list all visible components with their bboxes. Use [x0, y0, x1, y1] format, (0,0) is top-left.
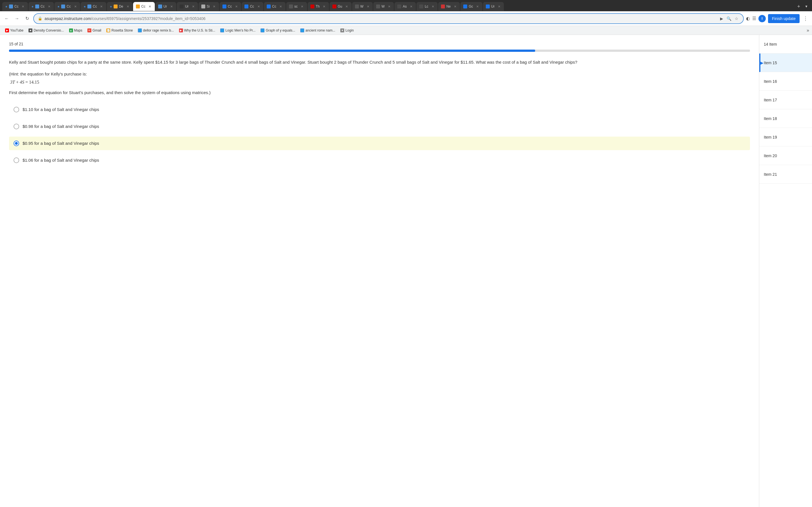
answer-option-opt4[interactable]: $1.06 for a bag of Salt and Vinegar chip…: [9, 154, 750, 167]
bookmark-item[interactable]: ▲Maps: [67, 28, 85, 33]
tab-close-icon[interactable]: ✕: [148, 4, 152, 8]
tab-close-icon[interactable]: ✕: [73, 4, 77, 8]
tab-star-icon: ★: [57, 5, 60, 8]
tab-close-icon[interactable]: ✕: [212, 4, 216, 8]
tab-close-icon[interactable]: ✕: [431, 4, 435, 8]
bookmark-item[interactable]: 🌐ancient rome nam...: [298, 28, 338, 33]
browser-tab-t4[interactable]: ★Cc✕: [81, 2, 106, 11]
bookmark-item[interactable]: ▶YouTube: [3, 28, 26, 33]
cast-icon[interactable]: ▶: [719, 15, 724, 22]
menu-button[interactable]: ⋮: [802, 15, 809, 22]
address-bar: ← → ↻ 🔒 asuprepaz.instructure.com/course…: [0, 11, 812, 26]
tab-close-icon[interactable]: ✕: [47, 4, 51, 8]
bookmark-favicon: ▲: [69, 29, 73, 33]
tab-overflow-button[interactable]: ▼: [803, 4, 810, 8]
browser-tab-t7[interactable]: Ur✕: [155, 2, 176, 11]
radio-button-opt2[interactable]: [13, 124, 19, 129]
tab-close-icon[interactable]: ✕: [497, 4, 501, 8]
sidebar-item-item16[interactable]: Item 16: [759, 72, 812, 91]
search-icon[interactable]: 🔍: [726, 15, 732, 22]
bookmark-item[interactable]: 🌐Logic Men's No Pr...: [218, 28, 258, 33]
tab-close-icon[interactable]: ✕: [322, 4, 326, 8]
tab-close-icon[interactable]: ✕: [257, 4, 260, 8]
tab-close-icon[interactable]: ✕: [345, 4, 349, 8]
tab-star-icon: ★: [5, 5, 8, 8]
tab-close-icon[interactable]: ✕: [126, 4, 130, 8]
sidebar-item-label: 14 Item: [764, 42, 777, 47]
browser-tab-t22[interactable]: Ur✕: [483, 2, 504, 11]
bookmark-item[interactable]: ✉Gmail: [85, 28, 103, 33]
browser-tab-t14[interactable]: Th✕: [308, 2, 329, 11]
browser-tab-t13[interactable]: sc✕: [286, 2, 307, 11]
browser-tab-t2[interactable]: ★Cc✕: [29, 2, 54, 11]
refresh-button[interactable]: ↻: [23, 15, 31, 22]
radio-button-opt1[interactable]: [13, 107, 19, 112]
tab-close-icon[interactable]: ✕: [21, 4, 25, 8]
answer-option-opt1[interactable]: $1.10 for a bag of Salt and Vinegar chip…: [9, 103, 750, 116]
forward-button[interactable]: →: [13, 15, 21, 22]
sidebar-item-item14[interactable]: 14 Item: [759, 35, 812, 54]
bookmark-item[interactable]: 🌐Graph of y equals...: [258, 28, 297, 33]
bookmark-icon[interactable]: ☆: [734, 15, 739, 22]
browser-tab-t12[interactable]: Cc✕: [264, 2, 286, 11]
tab-close-icon[interactable]: ✕: [453, 4, 457, 8]
answer-label-opt2: $0.98 for a bag of Salt and Vinegar chip…: [22, 124, 99, 129]
bookmark-item[interactable]: 🌐dellor rage remix b...: [136, 28, 176, 33]
back-button[interactable]: ←: [3, 15, 11, 22]
browser-tab-t5[interactable]: ★De✕: [107, 2, 133, 11]
browser-tab-t10[interactable]: Cc✕: [220, 2, 241, 11]
tab-label: Th: [316, 4, 320, 8]
bookmark-item[interactable]: ▶Why the U.S. Is Sti...: [177, 28, 218, 33]
tab-close-icon[interactable]: ✕: [476, 4, 479, 8]
browser-tab-t21[interactable]: Gc✕: [460, 2, 482, 11]
browser-tab-t20[interactable]: Ne✕: [438, 2, 460, 11]
radio-button-opt3[interactable]: [13, 140, 19, 146]
tab-close-icon[interactable]: ✕: [366, 4, 370, 8]
new-tab-button[interactable]: +: [795, 4, 803, 10]
sidebar-item-label: Item 18: [764, 116, 777, 121]
sidebar-item-item20[interactable]: Item 20: [759, 147, 812, 165]
tab-close-icon[interactable]: ✕: [387, 4, 391, 8]
sidebar-item-item15[interactable]: ▶Item 15: [759, 54, 812, 72]
tab-close-icon[interactable]: ✕: [300, 4, 304, 8]
address-input[interactable]: 🔒 asuprepaz.instructure.com/courses/6597…: [33, 13, 744, 24]
answer-option-opt2[interactable]: $0.98 for a bag of Salt and Vinegar chip…: [9, 120, 750, 133]
bookmark-label: ancient rome nam...: [305, 29, 335, 33]
tab-close-icon[interactable]: ✕: [409, 4, 413, 8]
browser-tab-t16[interactable]: W✕: [352, 2, 373, 11]
browser-tab-t11[interactable]: Cc✕: [242, 2, 263, 11]
extension-icon[interactable]: ◐: [746, 16, 750, 21]
browser-tab-t19[interactable]: Lc✕: [416, 2, 438, 11]
browser-tab-t18[interactable]: As✕: [395, 2, 416, 11]
tab-label: Cc: [141, 4, 146, 8]
radio-button-opt4[interactable]: [13, 158, 19, 163]
tab-close-icon[interactable]: ✕: [234, 4, 238, 8]
bookmarks-overflow[interactable]: »: [807, 28, 809, 33]
tab-label: W: [382, 4, 385, 8]
answer-option-opt3[interactable]: $0.95 for a bag of Salt and Vinegar chip…: [9, 136, 750, 150]
tab-close-icon[interactable]: ✕: [279, 4, 283, 8]
tab-close-icon[interactable]: ✕: [100, 4, 103, 8]
browser-tab-t3[interactable]: ★Cc✕: [54, 2, 80, 11]
browser-tab-t17[interactable]: W✕: [373, 2, 394, 11]
bookmark-item[interactable]: ■Density Conversio...: [26, 28, 66, 33]
browser-tab-t1[interactable]: ★Cc✕: [2, 2, 28, 11]
sidebar-toggle-icon[interactable]: ☰: [752, 16, 756, 21]
browser-tab-t15[interactable]: Gu✕: [329, 2, 352, 11]
tab-close-icon[interactable]: ✕: [191, 4, 195, 8]
progress-bar-fill: [9, 50, 535, 52]
browser-tab-t8[interactable]: Ur✕: [177, 2, 198, 11]
bookmark-favicon: ▶: [179, 29, 183, 33]
bookmark-item[interactable]: ▼Login: [338, 28, 356, 33]
browser-tab-t9[interactable]: Si✕: [199, 2, 219, 11]
tab-close-icon[interactable]: ✕: [169, 4, 173, 8]
sidebar-item-item17[interactable]: Item 17: [759, 91, 812, 109]
bookmark-item[interactable]: 📄Rosetta Stone: [104, 28, 135, 33]
sidebar-item-item18[interactable]: Item 18: [759, 109, 812, 128]
sidebar-item-item19[interactable]: Item 19: [759, 128, 812, 147]
browser-tab-t6[interactable]: Cc✕: [133, 2, 155, 11]
finish-update-button[interactable]: Finish update: [768, 14, 800, 23]
sidebar-item-item21[interactable]: Item 21: [759, 165, 812, 184]
sidebar-item-label: Item 21: [764, 172, 777, 177]
profile-button[interactable]: I: [758, 15, 766, 22]
